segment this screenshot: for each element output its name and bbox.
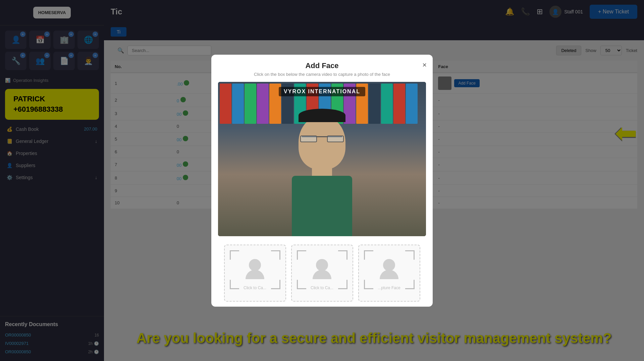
- modal-header: Add Face Click on the box below the came…: [211, 55, 433, 79]
- svg-point-4: [383, 259, 395, 271]
- camera-feed: VYROX INTERNATIONAL: [218, 82, 426, 236]
- svg-point-1: [246, 270, 264, 279]
- face-placeholder-icon-1: [243, 256, 267, 284]
- capture-slot-1[interactable]: Click to Ca...: [224, 245, 286, 302]
- svg-point-3: [313, 270, 331, 279]
- face-placeholder-icon-2: [310, 256, 334, 284]
- capture-slot-label-3: ...pture Face: [374, 286, 404, 290]
- capture-slot-label-2: Click to Ca...: [307, 286, 337, 290]
- face-placeholder-icon-3: [377, 256, 401, 284]
- capture-slots: Click to Ca... Click to Ca...: [211, 240, 433, 307]
- modal-title: Add Face: [218, 61, 426, 70]
- capture-slot-3[interactable]: ...pture Face: [358, 245, 420, 302]
- add-face-modal: × Add Face Click on the box below the ca…: [211, 55, 433, 307]
- svg-point-5: [380, 270, 398, 279]
- modal-overlay[interactable]: × Add Face Click on the box below the ca…: [0, 0, 644, 361]
- modal-close-button[interactable]: ×: [422, 61, 427, 69]
- capture-slot-label-1: Click to Ca...: [240, 286, 270, 290]
- svg-point-0: [249, 259, 261, 271]
- camera-label: VYROX INTERNATIONAL: [279, 87, 365, 96]
- modal-subtitle: Click on the box below the camera video …: [218, 72, 426, 77]
- capture-slot-2[interactable]: Click to Ca...: [291, 245, 353, 302]
- svg-point-2: [316, 259, 328, 271]
